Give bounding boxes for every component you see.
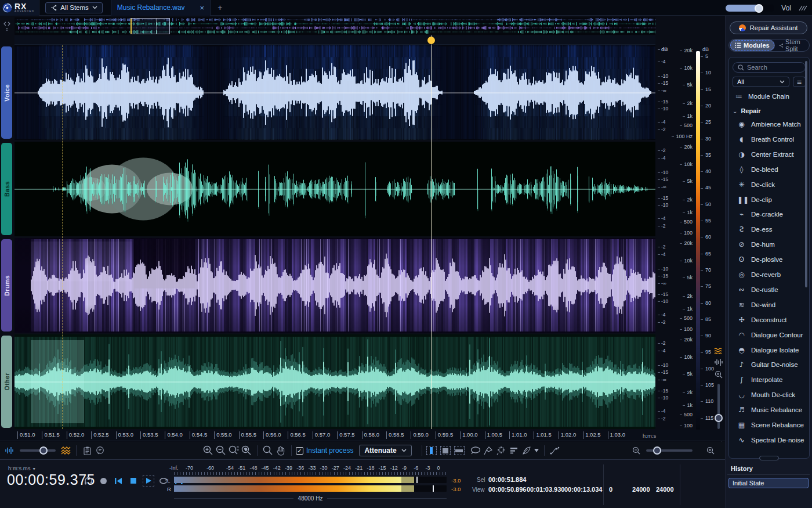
module-item-interpolate[interactable]: ∫Interpolate <box>737 373 782 386</box>
voice-spectrogram-canvas[interactable] <box>14 45 655 140</box>
module-filter-dropdown[interactable]: All <box>733 77 789 87</box>
clipboard-icon[interactable] <box>81 444 93 457</box>
overview-strip[interactable] <box>14 17 655 35</box>
view-start-value[interactable]: 00:00:50.896 <box>488 486 526 493</box>
zoom-reset-icon[interactable] <box>240 444 253 457</box>
module-item-de-hum[interactable]: ⊘De-hum <box>737 238 775 251</box>
view-length-value[interactable]: 00:00:13.034 <box>564 486 602 493</box>
zoom-in-icon[interactable] <box>202 444 215 457</box>
horizontal-zoom-out-icon[interactable] <box>630 444 643 457</box>
bass-spectrogram-canvas[interactable] <box>14 142 655 236</box>
module-list-scrollbar[interactable] <box>805 61 807 287</box>
magic-wand-tool-icon[interactable] <box>495 444 507 457</box>
new-tab-button[interactable]: + <box>217 3 222 12</box>
playhead-marker[interactable] <box>427 37 435 44</box>
search-zoom-icon[interactable] <box>262 444 274 457</box>
record-button[interactable] <box>97 475 109 487</box>
freq-low-value[interactable]: 0 <box>609 486 612 493</box>
horizontal-zoom-slider[interactable] <box>646 449 693 452</box>
instant-process-label[interactable]: Instant process <box>306 446 353 455</box>
module-item-mouth-de-click[interactable]: ◡Mouth De-click <box>737 388 795 401</box>
freq-high-value[interactable]: 24000 <box>632 486 650 493</box>
module-item-dialogue-isolate[interactable]: ◓Dialogue Isolate <box>737 344 799 356</box>
time-selection-tool[interactable] <box>426 446 437 455</box>
vertical-zoom-slider[interactable] <box>717 384 720 429</box>
time-frequency-selection-tool[interactable] <box>440 446 451 455</box>
overview-selection-box[interactable] <box>130 18 170 34</box>
horizontal-zoom-slider-thumb[interactable] <box>653 446 661 455</box>
volume-slider[interactable] <box>726 5 774 12</box>
overview-waveform-canvas[interactable] <box>14 17 655 35</box>
clip-indicator-icon[interactable] <box>798 4 807 12</box>
module-item-dialogue-contour[interactable]: ◠Dialogue Contour <box>737 329 803 341</box>
drums-spectrogram-canvas[interactable] <box>14 238 655 333</box>
zoom-out-icon[interactable] <box>215 444 227 457</box>
history-item[interactable]: Initial State <box>728 478 809 488</box>
timeline-ruler[interactable]: h:m:s 0:51.00:51.50:52.00:52.50:53.00:53… <box>0 430 725 441</box>
track-tab-bass[interactable]: Bass <box>1 143 12 235</box>
sel-start-value[interactable]: 00:00:51.884 <box>488 476 526 483</box>
frequency-ruler[interactable]: 20k10k5k2k1k500100 <box>670 238 695 333</box>
process-mode-select[interactable]: Attenuate <box>359 445 411 456</box>
file-tab[interactable]: Music Rebalance.wav × <box>111 0 211 16</box>
module-item-scene-rebalance[interactable]: ▦Scene Rebalance <box>737 419 804 431</box>
module-item-de-rustle[interactable]: ∾De-rustle <box>737 283 778 296</box>
spectrogram-display-icon[interactable] <box>59 444 72 457</box>
module-item-spectral-de-noise[interactable]: ∿Spectral De-noise <box>737 434 804 446</box>
module-item-deconstruct[interactable]: ✣Deconstruct <box>737 314 786 326</box>
module-item-ambience-match[interactable]: ◉Ambience Match <box>737 118 801 131</box>
zoom-selection-icon[interactable] <box>227 444 240 457</box>
play-button[interactable] <box>143 475 154 487</box>
frequency-ruler[interactable]: 20k10k5k2k1k500100 Hz <box>670 45 695 140</box>
tab-close-icon[interactable]: × <box>200 3 205 12</box>
module-item-guitar-de-noise[interactable]: ♪Guitar De-noise <box>737 358 798 371</box>
track-tab-voice[interactable]: Voice <box>1 46 12 139</box>
frequency-selection-tool[interactable] <box>454 446 465 455</box>
signal-chain-icon[interactable] <box>549 444 561 457</box>
display-blend-slider[interactable] <box>20 449 56 452</box>
horizontal-zoom-in-icon[interactable] <box>704 444 717 457</box>
skip-to-start-button[interactable] <box>113 475 124 487</box>
module-item-music-rebalance[interactable]: ♬Music Rebalance <box>737 403 802 416</box>
module-item-de-clip[interactable]: ❚❚De-clip <box>737 193 772 206</box>
other-spectrogram-canvas[interactable] <box>14 334 655 429</box>
brush-tool-icon[interactable] <box>482 444 495 457</box>
repair-assistant-button[interactable]: Repair Assistant <box>730 21 807 34</box>
module-item-de-reverb[interactable]: ◎De-reverb <box>737 268 781 281</box>
overview-collapse-icon[interactable] <box>2 19 12 33</box>
module-search-box[interactable] <box>733 62 806 73</box>
spectrogram-view-icon[interactable] <box>714 347 723 354</box>
view-end-value[interactable]: 00:01:03.930 <box>527 486 564 493</box>
feather-tool-icon[interactable] <box>520 444 533 457</box>
module-item-de-click[interactable]: ✳De-click <box>737 178 775 191</box>
freq-range-value[interactable]: 24000 <box>656 486 674 493</box>
frequency-ruler[interactable]: 20k10k5k2k1k500100 <box>670 334 695 429</box>
time-format-select[interactable]: h:m:s.ms ▼ <box>8 465 36 471</box>
module-item-de-bleed[interactable]: ◊De-bleed <box>737 163 778 176</box>
marker-lane[interactable] <box>14 35 655 45</box>
volume-slider-thumb[interactable] <box>755 4 763 13</box>
instant-process-checkbox[interactable]: ✓ <box>296 447 303 455</box>
panel-resize-handle[interactable] <box>759 456 779 460</box>
waveform-display-icon[interactable] <box>3 444 16 457</box>
module-item-center-extract[interactable]: ◑Center Extract <box>737 148 794 161</box>
monitor-button[interactable] <box>82 475 94 487</box>
vertical-zoom-slider-thumb[interactable] <box>715 414 723 422</box>
amplitude-ruler[interactable]: -4-10-15-∞-15-10-4-2dB <box>655 45 672 140</box>
comment-icon[interactable] <box>93 444 106 457</box>
track-tab-drums[interactable]: Drums <box>1 239 12 332</box>
brush-size-icon[interactable] <box>507 444 520 457</box>
lasso-tool-icon[interactable] <box>469 444 482 457</box>
tool-options-chevron-icon[interactable] <box>533 444 540 457</box>
repair-section-header[interactable]: ⌄ Repair <box>733 107 761 114</box>
module-item-de-wind[interactable]: ≋De-wind <box>737 298 775 311</box>
amplitude-ruler[interactable]: -2-4-10-15-∞-15-10-4-2 <box>655 238 672 333</box>
module-item-de-plosive[interactable]: ʘDe-plosive <box>737 253 782 266</box>
module-item-de-crackle[interactable]: ⌁De-crackle <box>737 208 783 221</box>
stop-button[interactable] <box>128 475 139 487</box>
stem-selector-dropdown[interactable]: All Stems <box>45 2 103 13</box>
amplitude-ruler[interactable]: -2-4-10-15-∞-15-10-4-2 <box>655 334 672 429</box>
module-item-breath-control[interactable]: ◖Breath Control <box>737 133 794 146</box>
spectrogram-colorbar[interactable] <box>696 51 700 431</box>
waveform-view-icon[interactable] <box>714 359 723 366</box>
